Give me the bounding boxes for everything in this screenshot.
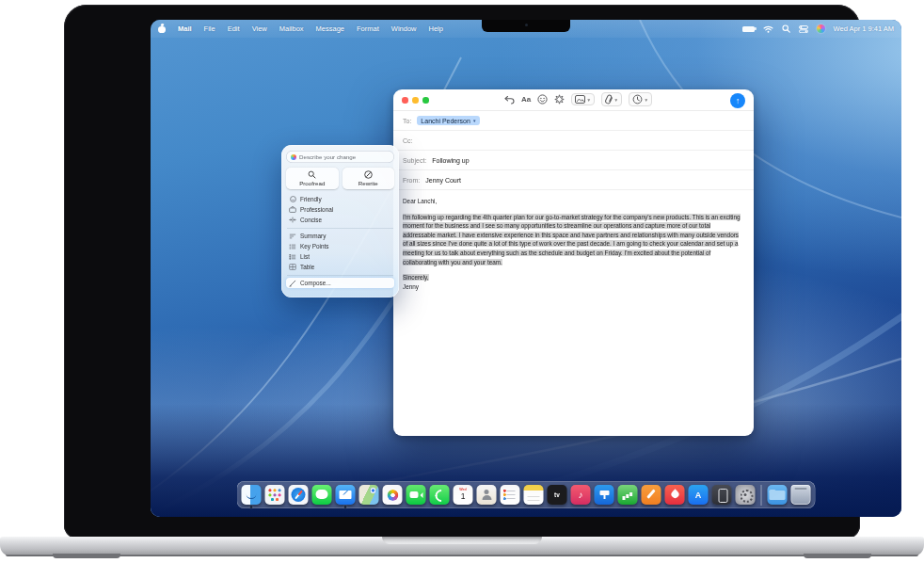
menu-view[interactable]: View <box>252 24 267 33</box>
writing-tools-menu: Friendly Professional Concise <box>286 194 394 288</box>
photo-browser-button[interactable]: ▼ <box>571 93 595 105</box>
subject-field[interactable]: Subject: Following up <box>393 151 754 170</box>
dock-photos-icon[interactable] <box>383 485 403 505</box>
menu-item-concise[interactable]: Concise <box>286 215 394 225</box>
briefcase-icon <box>289 206 296 213</box>
dock-trash-icon[interactable] <box>791 485 811 505</box>
menu-item-friendly[interactable]: Friendly <box>286 194 394 204</box>
dock-appstore-icon[interactable]: A <box>689 485 709 505</box>
from-field[interactable]: From: Jenny Court <box>393 170 754 190</box>
apple-menu-icon[interactable] <box>158 24 166 33</box>
send-later-button[interactable]: ▼ <box>629 92 652 106</box>
chevron-down-icon: ▼ <box>644 96 648 102</box>
menu-edit[interactable]: Edit <box>228 24 240 33</box>
proofread-button[interactable]: Proofread <box>286 168 339 189</box>
search-icon[interactable] <box>782 24 790 33</box>
close-button[interactable] <box>402 97 408 104</box>
menu-item-compose[interactable]: Compose... <box>286 278 394 288</box>
undo-icon[interactable] <box>504 95 515 105</box>
dock-finder-icon[interactable] <box>242 485 262 505</box>
cc-label: Cc: <box>403 137 413 144</box>
menu-item-professional[interactable]: Professional <box>286 204 394 215</box>
cc-field[interactable]: Cc: <box>393 131 754 151</box>
appstore-glyph: A <box>695 491 702 500</box>
describe-change-input[interactable]: Describe your change <box>286 151 394 163</box>
menu-format[interactable]: Format <box>357 24 379 33</box>
tv-glyph: tv <box>554 491 560 498</box>
rewrite-button[interactable]: Rewrite <box>343 168 395 189</box>
message-body[interactable]: Dear Lanchi, I'm following up regarding … <box>393 190 754 298</box>
format-icon[interactable]: Aa <box>521 95 531 104</box>
menu-item-summary[interactable]: Summary <box>286 231 394 241</box>
dock-iphone-mirroring-icon[interactable] <box>712 485 732 505</box>
summary-icon <box>289 233 296 239</box>
menu-item-label: Professional <box>300 206 333 213</box>
concise-icon <box>289 217 296 223</box>
compose-toolbar: Aa <box>504 92 652 106</box>
dock-music-icon[interactable]: ♪ <box>571 485 591 505</box>
dock-contacts-icon[interactable] <box>477 485 497 505</box>
macbook-lid-scoop <box>382 537 542 544</box>
rewrite-label: Rewrite <box>358 180 378 186</box>
menu-item-key-points[interactable]: Key Points <box>286 241 394 251</box>
dock-launchpad-icon[interactable] <box>265 485 285 505</box>
menu-window[interactable]: Window <box>391 24 417 33</box>
dock-mail-icon[interactable] <box>336 485 356 505</box>
emoji-icon[interactable] <box>537 94 548 105</box>
minimize-button[interactable] <box>412 97 419 104</box>
menu-file[interactable]: File <box>204 24 215 33</box>
menu-bar-status: Wed Apr 1 9:41 AM <box>742 24 894 33</box>
from-value: Jenny Court <box>425 177 461 184</box>
wifi-icon[interactable] <box>763 25 773 33</box>
menu-item-label: Concise <box>300 217 322 223</box>
menu-item-label: Summary <box>300 233 326 239</box>
dock-rocket-app-icon[interactable] <box>665 485 685 505</box>
menu-app[interactable]: Mail <box>178 24 192 33</box>
key-points-icon <box>289 244 296 249</box>
dock-appletv-icon[interactable]: tv <box>548 485 567 505</box>
menu-help[interactable]: Help <box>428 24 442 33</box>
menu-mailbox[interactable]: Mailbox <box>279 24 304 33</box>
compose-pencil-icon <box>289 280 296 287</box>
menu-item-list[interactable]: List <box>286 251 394 262</box>
recipient-token[interactable]: Lanchi Pederson ▼ <box>417 116 480 125</box>
writing-tools-actions: Proofread Rewrite <box>286 168 394 189</box>
proofread-magnifier-icon <box>308 170 316 179</box>
camera-notch <box>482 20 570 32</box>
menu-item-table[interactable]: Table <box>286 262 394 272</box>
apple-intelligence-icon[interactable] <box>554 94 565 105</box>
running-indicator <box>344 506 347 508</box>
battery-icon[interactable] <box>742 26 755 32</box>
dock-keynote-icon[interactable] <box>595 485 614 505</box>
dock-reminders-icon[interactable] <box>501 485 520 505</box>
dock-downloads-folder-icon[interactable] <box>768 485 788 505</box>
macbook-bezel: Mail File Edit View Mailbox Message Form… <box>64 5 860 539</box>
traffic-lights <box>402 97 429 104</box>
menu-bar-clock[interactable]: Wed Apr 1 9:41 AM <box>834 24 894 33</box>
dock-facetime-icon[interactable] <box>406 485 426 505</box>
menu-item-label: Key Points <box>300 243 329 249</box>
dock-maps-icon[interactable] <box>359 485 379 505</box>
control-center-icon[interactable] <box>799 25 808 33</box>
macbook-foot <box>804 554 871 558</box>
dock-messages-icon[interactable] <box>312 485 332 505</box>
chevron-down-icon: ▼ <box>586 96 591 102</box>
camera-dot <box>525 24 528 26</box>
window-titlebar[interactable]: Aa <box>393 89 754 111</box>
attach-button[interactable]: ▼ <box>601 92 622 106</box>
dock-safari-icon[interactable] <box>289 485 309 505</box>
send-button[interactable]: ↑ <box>730 93 745 108</box>
siri-icon[interactable] <box>817 24 825 33</box>
menu-message[interactable]: Message <box>316 24 344 33</box>
dock-calendar-icon[interactable]: Wed 1 <box>454 485 473 505</box>
dock-numbers-icon[interactable] <box>618 485 638 505</box>
zoom-button[interactable] <box>422 97 429 104</box>
proofread-label: Proofread <box>299 180 325 186</box>
dock-phone-icon[interactable] <box>430 485 450 505</box>
to-field[interactable]: To: Lanchi Pederson ▼ <box>393 111 754 131</box>
photo-browser-icon <box>575 95 585 104</box>
clock-icon <box>632 94 643 105</box>
dock-notes-icon[interactable] <box>524 485 544 505</box>
dock-pages-icon[interactable] <box>642 485 661 505</box>
dock-system-settings-icon[interactable] <box>736 485 756 505</box>
